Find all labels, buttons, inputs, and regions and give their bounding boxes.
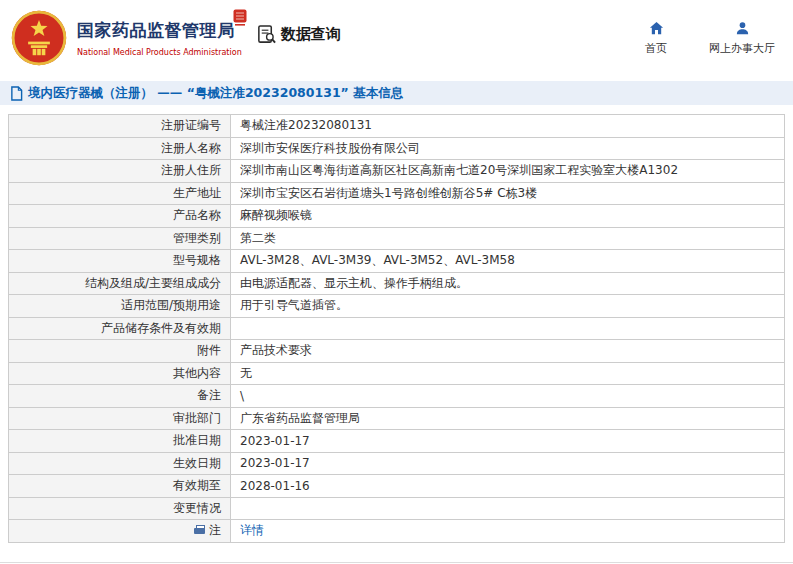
national-emblem-logo — [10, 9, 68, 67]
person-icon — [735, 20, 750, 37]
field-value: 产品技术要求 — [231, 340, 785, 363]
field-value: 由电源适配器、显示主机、操作手柄组成。 — [231, 272, 785, 295]
registration-info-section: 注册证编号粤械注准20232080131注册人名称深圳市安保医疗科技股份有限公司… — [0, 105, 793, 543]
table-row: 变更情况 — [9, 497, 785, 520]
table-row: 产品储存条件及有效期 — [9, 317, 785, 340]
seal-icon — [233, 9, 247, 26]
table-row: 管理类别第二类 — [9, 227, 785, 250]
table-row: 注详情 — [9, 520, 785, 543]
field-value: 2023-01-17 — [231, 430, 785, 453]
field-value — [231, 497, 785, 520]
nav-online-service-hall-label: 网上办事大厅 — [709, 41, 775, 56]
field-value: 深圳市安保医疗科技股份有限公司 — [231, 137, 785, 160]
table-row: 生产地址深圳市宝安区石岩街道塘头1号路创维创新谷5# C栋3楼 — [9, 182, 785, 205]
field-label: 产品名称 — [9, 205, 231, 228]
bottom-divider — [0, 562, 793, 563]
field-value: 2028-01-16 — [231, 475, 785, 498]
field-value: 深圳市宝安区石岩街道塘头1号路创维创新谷5# C栋3楼 — [231, 182, 785, 205]
page-title-bar: 境内医疗器械（注册） —— “粤械注准20232080131” 基本信息 — [0, 81, 793, 105]
data-query-label: 数据查询 — [281, 25, 341, 44]
table-row: 审批部门广东省药品监督管理局 — [9, 407, 785, 430]
table-row: 生效日期2023-01-17 — [9, 452, 785, 475]
field-label: 其他内容 — [9, 362, 231, 385]
field-label: 附件 — [9, 340, 231, 363]
field-label: 变更情况 — [9, 497, 231, 520]
field-value: \ — [231, 385, 785, 408]
table-row: 附件产品技术要求 — [9, 340, 785, 363]
field-value: 无 — [231, 362, 785, 385]
field-label: 注册证编号 — [9, 115, 231, 138]
field-value — [231, 317, 785, 340]
table-row: 注册人名称深圳市安保医疗科技股份有限公司 — [9, 137, 785, 160]
print-icon — [194, 525, 205, 535]
home-icon — [649, 20, 664, 37]
nav-online-service-hall[interactable]: 网上办事大厅 — [709, 20, 775, 56]
field-label: 适用范围/预期用途 — [9, 295, 231, 318]
field-label: 管理类别 — [9, 227, 231, 250]
data-query-icon — [256, 24, 277, 45]
table-row: 批准日期2023-01-17 — [9, 430, 785, 453]
table-row: 型号规格AVL-3M28、AVL-3M39、AVL-3M52、AVL-3M58 — [9, 250, 785, 273]
field-label: 注 — [9, 520, 231, 543]
table-row: 适用范围/预期用途用于引导气道插管。 — [9, 295, 785, 318]
field-label: 结构及组成/主要组成成分 — [9, 272, 231, 295]
field-label: 注册人住所 — [9, 160, 231, 183]
field-label: 产品储存条件及有效期 — [9, 317, 231, 340]
field-value: 用于引导气道插管。 — [231, 295, 785, 318]
table-row: 备注\ — [9, 385, 785, 408]
field-label: 审批部门 — [9, 407, 231, 430]
field-value: AVL-3M28、AVL-3M39、AVL-3M52、AVL-3M58 — [231, 250, 785, 273]
site-header: 国家药品监督管理局 National Medical Products Admi… — [0, 0, 793, 76]
field-value: 详情 — [231, 520, 785, 543]
field-label: 型号规格 — [9, 250, 231, 273]
field-label: 有效期至 — [9, 475, 231, 498]
field-value: 深圳市南山区粤海街道高新区社区高新南七道20号深圳国家工程实验室大楼A1302 — [231, 160, 785, 183]
field-value: 粤械注准20232080131 — [231, 115, 785, 138]
org-title-block: 国家药品监督管理局 National Medical Products Admi… — [77, 19, 242, 57]
field-value: 广东省药品监督管理局 — [231, 407, 785, 430]
table-row: 产品名称麻醉视频喉镜 — [9, 205, 785, 228]
detail-link[interactable]: 详情 — [240, 523, 264, 537]
org-name: 国家药品监督管理局 — [77, 19, 242, 42]
nav-home[interactable]: 首页 — [645, 20, 667, 56]
field-label: 批准日期 — [9, 430, 231, 453]
field-label: 注册人名称 — [9, 137, 231, 160]
table-row: 结构及组成/主要组成成分由电源适配器、显示主机、操作手柄组成。 — [9, 272, 785, 295]
field-value: 第二类 — [231, 227, 785, 250]
table-row: 有效期至2028-01-16 — [9, 475, 785, 498]
table-row: 注册人住所深圳市南山区粤海街道高新区社区高新南七道20号深圳国家工程实验室大楼A… — [9, 160, 785, 183]
document-icon — [10, 86, 23, 101]
org-name-english: National Medical Products Administration — [77, 48, 242, 57]
table-row: 注册证编号粤械注准20232080131 — [9, 115, 785, 138]
data-query-tab[interactable]: 数据查询 — [256, 24, 341, 45]
field-label: 生产地址 — [9, 182, 231, 205]
field-label: 生效日期 — [9, 452, 231, 475]
table-row: 其他内容无 — [9, 362, 785, 385]
registration-info-table: 注册证编号粤械注准20232080131注册人名称深圳市安保医疗科技股份有限公司… — [8, 114, 785, 543]
nav-home-label: 首页 — [645, 41, 667, 56]
info-table-body: 注册证编号粤械注准20232080131注册人名称深圳市安保医疗科技股份有限公司… — [9, 115, 785, 543]
page-title: 境内医疗器械（注册） —— “粤械注准20232080131” 基本信息 — [28, 85, 403, 102]
field-label: 备注 — [9, 385, 231, 408]
field-value: 2023-01-17 — [231, 452, 785, 475]
field-value: 麻醉视频喉镜 — [231, 205, 785, 228]
